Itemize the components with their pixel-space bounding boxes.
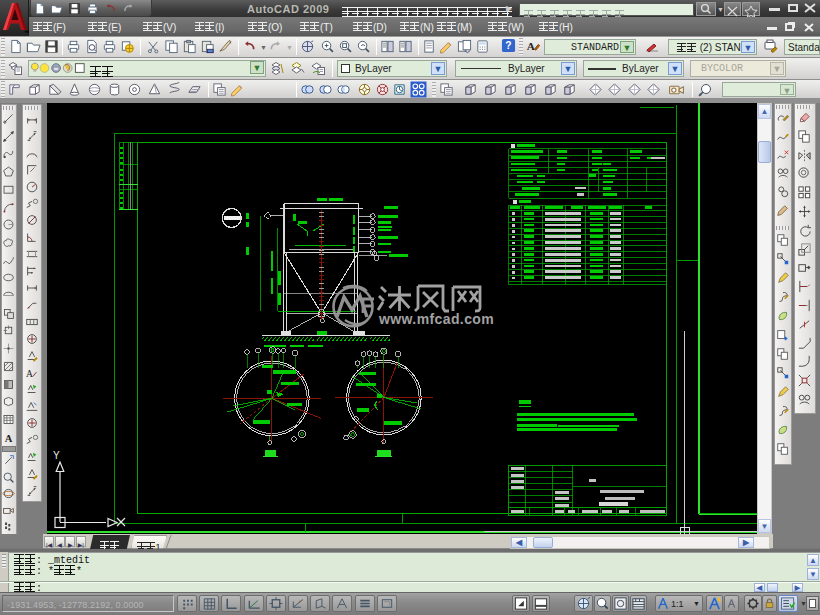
svg-text:A: A bbox=[5, 432, 13, 443]
svg-text:A: A bbox=[527, 40, 536, 52]
svg-text:Y: Y bbox=[53, 450, 60, 461]
svg-text:www.mfcad.com: www.mfcad.com bbox=[378, 311, 494, 327]
svg-text:?: ? bbox=[505, 40, 511, 51]
svg-text:A: A bbox=[26, 367, 33, 378]
